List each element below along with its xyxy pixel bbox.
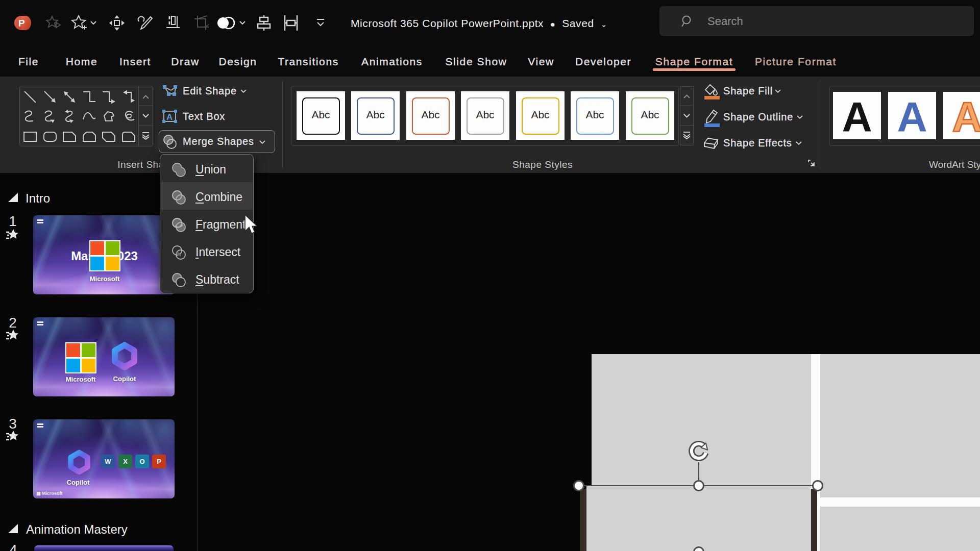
svg-text:A: A <box>166 112 173 122</box>
svg-text:P: P <box>18 18 25 29</box>
